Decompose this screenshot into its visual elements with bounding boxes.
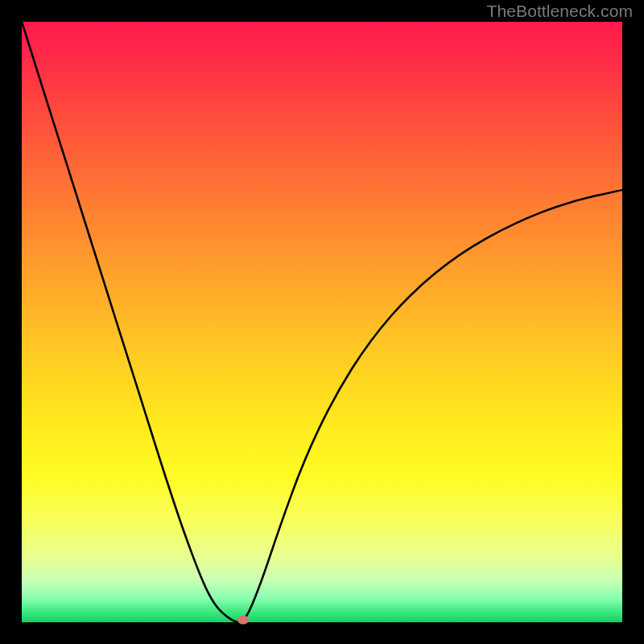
curve-svg bbox=[22, 22, 622, 622]
chart-frame: TheBottleneck.com bbox=[0, 0, 644, 644]
minimum-marker bbox=[237, 616, 249, 625]
watermark-text: TheBottleneck.com bbox=[487, 2, 633, 21]
bottleneck-curve bbox=[22, 22, 622, 622]
plot-area bbox=[22, 22, 622, 622]
